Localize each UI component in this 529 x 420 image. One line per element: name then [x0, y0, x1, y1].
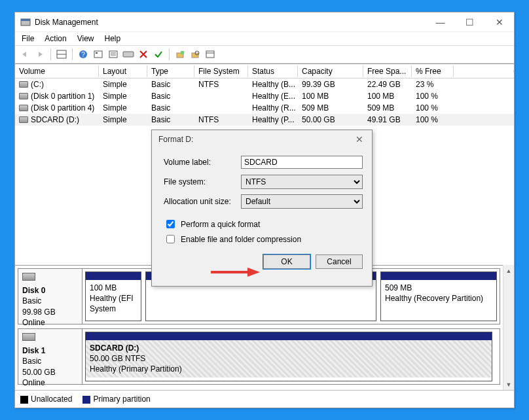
menu-view[interactable]: View	[72, 33, 100, 44]
delete-icon[interactable]	[136, 47, 151, 61]
format-dialog: Format D: ✕ Volume label: File system: N…	[151, 130, 373, 287]
list-icon[interactable]	[106, 47, 120, 61]
svg-rect-6	[94, 51, 102, 58]
ok-button[interactable]: OK	[263, 254, 310, 269]
window-title: Disk Management	[35, 18, 426, 27]
svg-rect-16	[206, 51, 214, 58]
menubar: File Action View Help	[15, 32, 514, 45]
toolbar: ?	[15, 45, 514, 63]
volume-label-input[interactable]	[241, 156, 363, 169]
col-status[interactable]: Status	[248, 65, 298, 77]
legend-item-unallocated: Unallocated	[20, 394, 72, 404]
forward-button	[33, 47, 47, 61]
scroll-down-icon[interactable]: ▼	[503, 379, 514, 390]
find-disk-icon[interactable]	[188, 47, 202, 61]
partition[interactable]: SDCARD (D:)50.00 GB NTFSHealthy (Primary…	[85, 332, 492, 381]
table-row[interactable]: SDCARD (D:)SimpleBasicNTFSHealthy (P...5…	[15, 114, 514, 126]
table-row[interactable]: (C:)SimpleBasicNTFSHealthy (B...99.39 GB…	[15, 79, 514, 90]
allocation-select[interactable]: Default	[241, 194, 363, 209]
check-icon[interactable]	[151, 47, 166, 61]
maximize-button[interactable]: ☐	[455, 13, 484, 31]
svg-rect-7	[96, 52, 98, 54]
drive-icon[interactable]	[121, 47, 136, 61]
back-button	[18, 47, 32, 61]
svg-rect-8	[109, 51, 117, 58]
cancel-button[interactable]: Cancel	[316, 254, 363, 269]
app-icon	[20, 17, 31, 27]
partition[interactable]: 100 MBHealthy (EFI System	[85, 271, 141, 321]
col-free-space[interactable]: Free Spa...	[363, 65, 412, 77]
table-row[interactable]: (Disk 0 partition 4)SimpleBasicHealthy (…	[15, 102, 514, 114]
dialog-titlebar[interactable]: Format D: ✕	[152, 130, 372, 149]
menu-file[interactable]: File	[16, 33, 39, 44]
properties-icon[interactable]	[203, 47, 217, 61]
disk-map-scrollbar[interactable]: ▲ ▼	[503, 265, 514, 390]
col-file-system[interactable]: File System	[194, 65, 248, 77]
col-layout[interactable]: Layout	[99, 65, 147, 77]
toggle-panes-icon[interactable]	[54, 47, 69, 61]
partition[interactable]: 509 MBHealthy (Recovery Partition)	[380, 271, 497, 321]
col-capacity[interactable]: Capacity	[298, 65, 363, 77]
close-button[interactable]: ✕	[484, 13, 514, 31]
menu-action[interactable]: Action	[39, 33, 71, 44]
legend: Unallocated Primary partition	[15, 390, 514, 408]
svg-rect-13	[181, 51, 184, 54]
help-icon[interactable]: ?	[76, 47, 90, 61]
minimize-button[interactable]: —	[426, 13, 455, 31]
allocation-label: Allocation unit size:	[164, 197, 241, 206]
svg-rect-11	[123, 52, 134, 57]
volume-list-header[interactable]: Volume Layout Type File System Status Ca…	[15, 64, 514, 79]
col-pct-free[interactable]: % Free	[412, 65, 454, 77]
menu-help[interactable]: Help	[100, 33, 126, 44]
volume-list[interactable]: Volume Layout Type File System Status Ca…	[15, 63, 514, 126]
dialog-close-button[interactable]: ✕	[351, 134, 368, 145]
table-row[interactable]: (Disk 0 partition 1)SimpleBasicHealthy (…	[15, 90, 514, 102]
disk-label[interactable]: Disk 0Basic99.98 GBOnline	[18, 269, 82, 324]
legend-item-primary: Primary partition	[82, 394, 150, 404]
col-type[interactable]: Type	[147, 65, 194, 77]
add-disk-icon[interactable]	[173, 47, 187, 61]
file-system-select[interactable]: NTFS	[241, 175, 363, 189]
file-system-label: File system:	[164, 177, 241, 186]
compression-checkbox[interactable]: Enable file and folder compression	[164, 233, 363, 245]
disk-label[interactable]: Disk 1Basic50.00 GBOnline	[18, 329, 82, 384]
disk-row[interactable]: Disk 1Basic50.00 GBOnlineSDCARD (D:)50.0…	[18, 328, 500, 385]
svg-text:?: ?	[81, 51, 85, 58]
svg-rect-1	[21, 19, 30, 21]
scroll-up-icon[interactable]: ▲	[503, 265, 514, 276]
col-volume[interactable]: Volume	[15, 65, 99, 77]
settings-icon[interactable]	[91, 47, 105, 61]
titlebar: Disk Management — ☐ ✕	[15, 12, 514, 32]
volume-label-label: Volume label:	[164, 158, 241, 167]
quick-format-checkbox[interactable]: Perform a quick format	[164, 218, 363, 230]
dialog-title: Format D:	[158, 135, 351, 144]
